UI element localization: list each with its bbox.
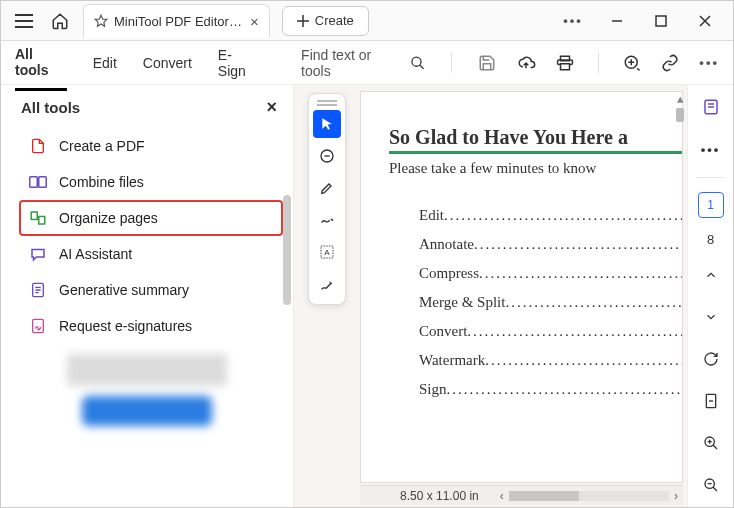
sidebar-item-label: Request e-signatures bbox=[59, 318, 192, 334]
page-down-icon[interactable] bbox=[697, 303, 725, 331]
sidebar-heading: All tools bbox=[21, 99, 80, 116]
sidebar-close-icon[interactable]: × bbox=[266, 97, 277, 118]
plus-icon bbox=[297, 15, 309, 27]
create-label: Create bbox=[315, 13, 354, 28]
nav-convert[interactable]: Convert bbox=[143, 45, 192, 81]
blurred-button bbox=[82, 396, 212, 426]
sidebar-item-label: Generative summary bbox=[59, 282, 189, 298]
rail-more-icon[interactable]: ••• bbox=[697, 135, 725, 163]
ai-assistant-icon bbox=[29, 245, 47, 263]
drag-grip-icon[interactable] bbox=[317, 100, 337, 106]
cloud-upload-icon[interactable] bbox=[516, 54, 536, 72]
vscroll-thumb[interactable] bbox=[676, 108, 684, 122]
search-icon bbox=[410, 55, 426, 71]
signature-icon bbox=[29, 317, 47, 335]
comment-tool-icon[interactable] bbox=[313, 142, 341, 170]
total-pages: 8 bbox=[707, 232, 714, 247]
svg-rect-11 bbox=[33, 319, 44, 332]
combine-icon bbox=[29, 173, 47, 191]
document-canvas[interactable]: So Glad to Have You Here a Please take a… bbox=[360, 91, 683, 483]
sidebar-item-request-signatures[interactable]: Request e-signatures bbox=[19, 308, 283, 344]
add-comment-icon[interactable] bbox=[623, 54, 641, 72]
horizontal-scrollbar[interactable]: ‹ › bbox=[495, 489, 683, 503]
create-button[interactable]: Create bbox=[282, 6, 369, 36]
nav-esign[interactable]: E-Sign bbox=[218, 37, 257, 89]
svg-rect-6 bbox=[30, 177, 38, 188]
scroll-right-icon[interactable]: › bbox=[669, 489, 683, 503]
sidebar-item-generative-summary[interactable]: Generative summary bbox=[19, 272, 283, 308]
toc-row: Annotate bbox=[419, 236, 682, 253]
document-area: A So Glad to Have You Here a Please take… bbox=[294, 85, 687, 507]
separator bbox=[451, 53, 452, 73]
panel-toggle-icon[interactable] bbox=[697, 93, 725, 121]
summary-icon bbox=[29, 281, 47, 299]
print-icon[interactable] bbox=[556, 54, 574, 72]
blurred-content bbox=[67, 354, 227, 386]
rotate-icon[interactable] bbox=[697, 345, 725, 373]
maximize-icon[interactable] bbox=[639, 1, 683, 41]
home-icon[interactable] bbox=[43, 4, 77, 38]
close-icon[interactable] bbox=[683, 1, 727, 41]
svg-rect-8 bbox=[31, 212, 37, 220]
svg-point-2 bbox=[412, 57, 421, 66]
floating-toolbar[interactable]: A bbox=[308, 93, 346, 305]
top-toolbar: All tools Edit Convert E-Sign Find text … bbox=[1, 41, 733, 85]
vertical-scrollbar[interactable]: ▴ bbox=[673, 91, 687, 483]
separator bbox=[697, 177, 725, 178]
find-text[interactable]: Find text or tools bbox=[301, 47, 425, 79]
toc-row: Edit bbox=[419, 207, 682, 224]
draw-tool-icon[interactable] bbox=[313, 206, 341, 234]
star-icon bbox=[94, 14, 108, 28]
document-subtitle: Please take a few minutes to know bbox=[389, 160, 682, 177]
nav-edit[interactable]: Edit bbox=[93, 45, 117, 81]
erase-tool-icon[interactable] bbox=[313, 270, 341, 298]
zoom-out-icon[interactable] bbox=[697, 471, 725, 499]
link-icon[interactable] bbox=[661, 54, 679, 72]
text-select-tool-icon[interactable]: A bbox=[313, 238, 341, 266]
find-label: Find text or tools bbox=[301, 47, 402, 79]
sidebar-scrollbar-thumb[interactable] bbox=[283, 195, 291, 305]
hamburger-menu-icon[interactable] bbox=[7, 4, 41, 38]
more-actions-icon[interactable]: ••• bbox=[699, 55, 719, 70]
create-pdf-icon bbox=[29, 137, 47, 155]
status-bar: 8.50 x 11.00 in ‹ › bbox=[360, 485, 683, 505]
right-rail: ••• 1 8 bbox=[687, 85, 733, 507]
svg-rect-7 bbox=[39, 177, 47, 188]
toc-row: Compress bbox=[419, 265, 682, 282]
toc-row: Watermark bbox=[419, 352, 682, 369]
nav-all-tools[interactable]: All tools bbox=[15, 36, 67, 91]
overflow-menu-icon[interactable]: ••• bbox=[551, 1, 595, 41]
zoom-in-icon[interactable] bbox=[697, 429, 725, 457]
highlight-tool-icon[interactable] bbox=[313, 174, 341, 202]
document-tab[interactable]: MiniTool PDF Editor Use... × bbox=[83, 4, 270, 38]
sidebar-item-organize-pages[interactable]: Organize pages bbox=[19, 200, 283, 236]
sidebar-item-label: Organize pages bbox=[59, 210, 158, 226]
sidebar-item-label: Create a PDF bbox=[59, 138, 145, 154]
page-size-label: 8.50 x 11.00 in bbox=[400, 489, 479, 503]
sidebar-item-create-pdf[interactable]: Create a PDF bbox=[19, 128, 283, 164]
table-of-contents: Edit Annotate Compress Merge & Split Con… bbox=[419, 207, 682, 398]
sidebar-item-combine[interactable]: Combine files bbox=[19, 164, 283, 200]
scroll-left-icon[interactable]: ‹ bbox=[495, 489, 509, 503]
sidebar-item-label: Combine files bbox=[59, 174, 144, 190]
toc-row: Sign bbox=[419, 381, 682, 398]
document-title: So Glad to Have You Here a bbox=[389, 126, 682, 149]
svg-marker-0 bbox=[95, 15, 107, 26]
current-page-indicator[interactable]: 1 bbox=[698, 192, 724, 218]
hscroll-thumb[interactable] bbox=[509, 491, 579, 501]
page-up-icon[interactable] bbox=[697, 261, 725, 289]
tab-close-icon[interactable]: × bbox=[250, 13, 259, 30]
toc-row: Convert bbox=[419, 323, 682, 340]
all-tools-sidebar: All tools × Create a PDF Combine files O… bbox=[1, 85, 294, 507]
sidebar-item-label: AI Assistant bbox=[59, 246, 132, 262]
sidebar-blurred-region bbox=[1, 344, 293, 436]
svg-text:A: A bbox=[324, 248, 330, 257]
save-icon[interactable] bbox=[478, 54, 496, 72]
minimize-icon[interactable] bbox=[595, 1, 639, 41]
sidebar-item-ai-assistant[interactable]: AI Assistant bbox=[19, 236, 283, 272]
toc-row: Merge & Split bbox=[419, 294, 682, 311]
separator bbox=[598, 53, 599, 73]
fit-page-icon[interactable] bbox=[697, 387, 725, 415]
svg-rect-1 bbox=[656, 16, 666, 26]
select-tool-icon[interactable] bbox=[313, 110, 341, 138]
